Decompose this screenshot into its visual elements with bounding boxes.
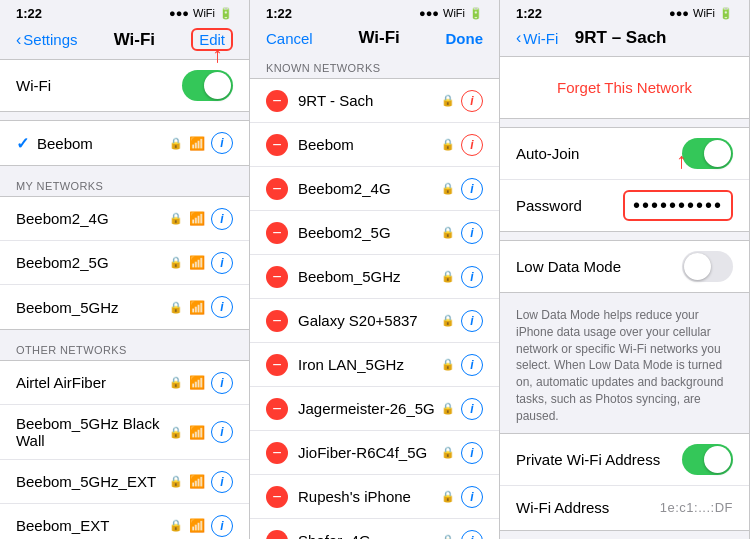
info-btn-highlighted-beebom[interactable]: i	[461, 134, 483, 156]
remove-btn[interactable]: −	[266, 530, 288, 540]
network-name: Shefer_4G	[298, 532, 441, 539]
remove-btn[interactable]: −	[266, 222, 288, 244]
password-row[interactable]: Password ••••••••••	[500, 180, 749, 231]
list-item[interactable]: − 9RT - Sach 🔒 i	[250, 79, 499, 123]
list-item[interactable]: Airtel AirFiber 🔒 📶 i	[0, 361, 249, 405]
remove-btn[interactable]: −	[266, 354, 288, 376]
lock-icon: 🔒	[169, 426, 183, 439]
wifi-address-row: Wi-Fi Address 1e:c1:...:DF	[500, 486, 749, 530]
list-item[interactable]: Beebom_5GHz 🔒 📶 i	[0, 285, 249, 329]
edit-button[interactable]: Edit	[191, 28, 233, 51]
private-wifi-group: Private Wi-Fi Address Wi-Fi Address 1e:c…	[500, 433, 749, 531]
wifi-icon-connected: 📶	[189, 136, 205, 151]
info-btn-connected[interactable]: i	[211, 132, 233, 154]
remove-btn-beebom[interactable]: −	[266, 134, 288, 156]
info-btn[interactable]: i	[461, 354, 483, 376]
info-btn[interactable]: i	[211, 252, 233, 274]
wifi-status-icon-2: WiFi	[443, 7, 465, 19]
info-btn[interactable]: i	[461, 310, 483, 332]
row-right: 🔒 i	[441, 134, 483, 156]
list-item[interactable]: − Beebom 🔒 i	[250, 123, 499, 167]
info-btn[interactable]: i	[461, 222, 483, 244]
nav-bar-2: Cancel Wi-Fi Done	[250, 24, 499, 56]
list-item[interactable]: − Beebom2_4G 🔒 i	[250, 167, 499, 211]
list-item[interactable]: − Galaxy S20+5837 🔒 i	[250, 299, 499, 343]
remove-btn[interactable]: −	[266, 486, 288, 508]
private-wifi-row[interactable]: Private Wi-Fi Address	[500, 434, 749, 486]
row-right: 🔒 i	[441, 90, 483, 112]
auto-join-toggle[interactable]	[682, 138, 733, 169]
list-item[interactable]: Beebom2_5G 🔒 📶 i	[0, 241, 249, 285]
info-btn[interactable]: i	[461, 266, 483, 288]
low-data-mode-group: Low Data Mode	[500, 240, 749, 293]
forget-network-label[interactable]: Forget This Network	[541, 67, 708, 108]
back-button-1[interactable]: ‹ Settings	[16, 31, 78, 49]
other-networks-header: OTHER NETWORKS	[0, 338, 249, 360]
auto-join-group: Auto-Join Password ••••••••••	[500, 127, 749, 232]
wifi-label: Wi-Fi	[16, 77, 182, 94]
list-item[interactable]: Beebom_5GHz_EXT 🔒 📶 i	[0, 460, 249, 504]
list-item[interactable]: Beebom2_4G 🔒 📶 i	[0, 197, 249, 241]
low-data-mode-label: Low Data Mode	[516, 258, 682, 275]
list-item[interactable]: − Shefer_4G 🔒 i	[250, 519, 499, 539]
info-btn[interactable]: i	[211, 208, 233, 230]
low-data-mode-row[interactable]: Low Data Mode	[500, 241, 749, 292]
network-name: 9RT - Sach	[298, 92, 441, 109]
connected-network-row[interactable]: ✓ Beebom 🔒 📶 i	[0, 121, 249, 165]
wifi-toggle-row[interactable]: Wi-Fi	[0, 60, 249, 111]
info-btn[interactable]: i	[211, 372, 233, 394]
lock-icon: 🔒	[441, 358, 455, 371]
lock-icon: 🔒	[441, 138, 455, 151]
forget-network-row[interactable]: Forget This Network	[500, 57, 749, 118]
nav-title-1: Wi-Fi	[114, 30, 155, 50]
list-item[interactable]: − Rupesh's iPhone 🔒 i	[250, 475, 499, 519]
list-item[interactable]: − Iron LAN_5GHz 🔒 i	[250, 343, 499, 387]
auto-join-row[interactable]: Auto-Join	[500, 128, 749, 180]
back-button-3[interactable]: ‹ Wi-Fi	[516, 29, 558, 47]
info-btn[interactable]: i	[211, 296, 233, 318]
info-btn[interactable]: i	[211, 471, 233, 493]
row-right: 🔒 i	[441, 486, 483, 508]
list-item[interactable]: − Beebom2_5G 🔒 i	[250, 211, 499, 255]
info-btn-highlighted-9rt[interactable]: i	[461, 90, 483, 112]
toggle-thumb-autojoin	[704, 140, 731, 167]
lock-icon: 🔒	[441, 446, 455, 459]
cancel-button[interactable]: Cancel	[266, 30, 313, 47]
network-name: Beebom	[298, 136, 441, 153]
low-data-mode-toggle[interactable]	[682, 251, 733, 282]
private-wifi-label: Private Wi-Fi Address	[516, 451, 682, 468]
info-btn[interactable]: i	[461, 398, 483, 420]
signal-icon-3: ●●●	[669, 7, 689, 19]
list-item[interactable]: − JioFiber-R6C4f_5G 🔒 i	[250, 431, 499, 475]
remove-btn[interactable]: −	[266, 442, 288, 464]
chevron-icon-3: ‹	[516, 29, 521, 47]
row-right: 🔒 📶 i	[169, 421, 233, 443]
info-btn[interactable]: i	[461, 486, 483, 508]
info-btn[interactable]: i	[461, 442, 483, 464]
list-item[interactable]: Beebom_5GHz Black Wall 🔒 📶 i	[0, 405, 249, 460]
wifi-address-label: Wi-Fi Address	[516, 499, 660, 516]
list-item[interactable]: − Beebom_5GHz 🔒 i	[250, 255, 499, 299]
lock-icon: 🔒	[169, 301, 183, 314]
remove-btn[interactable]: −	[266, 310, 288, 332]
private-wifi-toggle[interactable]	[682, 444, 733, 475]
info-btn[interactable]: i	[211, 421, 233, 443]
info-btn[interactable]: i	[211, 515, 233, 537]
wifi-toggle[interactable]	[182, 70, 233, 101]
wifi-icon: 📶	[189, 300, 205, 315]
row-right: 🔒 i	[441, 398, 483, 420]
nav-bar-1: ‹ Settings Wi-Fi Edit	[0, 24, 249, 59]
remove-btn-9rt[interactable]: −	[266, 90, 288, 112]
list-item[interactable]: − Jagermeister-26_5G 🔒 i	[250, 387, 499, 431]
remove-btn[interactable]: −	[266, 398, 288, 420]
battery-icon-2: 🔋	[469, 7, 483, 20]
other-networks-group: Airtel AirFiber 🔒 📶 i Beebom_5GHz Black …	[0, 360, 249, 539]
remove-btn[interactable]: −	[266, 178, 288, 200]
info-btn[interactable]: i	[461, 530, 483, 540]
done-button[interactable]: Done	[446, 30, 484, 47]
remove-btn[interactable]: −	[266, 266, 288, 288]
lock-icon: 🔒	[441, 402, 455, 415]
info-btn[interactable]: i	[461, 178, 483, 200]
row-right: 🔒 i	[441, 310, 483, 332]
list-item[interactable]: Beebom_EXT 🔒 📶 i	[0, 504, 249, 539]
